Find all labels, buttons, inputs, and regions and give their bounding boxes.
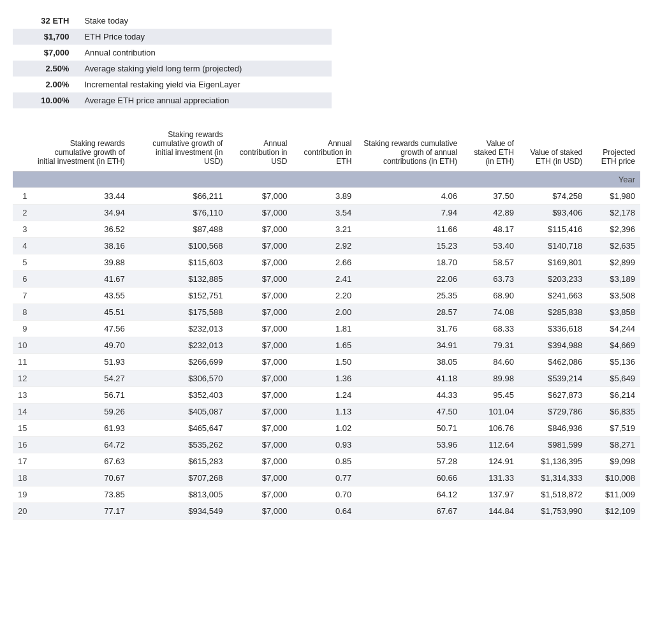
table-cell: 17 [13,453,32,470]
table-row: 1254.27$306,570$7,0001.3641.1889.98$539,… [13,370,640,387]
table-cell: 1.36 [293,370,357,387]
table-cell: 36.52 [32,221,129,238]
param-label: Stake today [77,13,332,29]
table-cell: $627,873 [519,387,587,404]
param-label: Average staking yield long term (project… [77,61,332,77]
table-cell: $535,262 [130,437,228,453]
table-cell: $132,885 [130,271,228,288]
table-cell: 1.50 [293,354,357,370]
table-cell: 79.31 [462,337,519,354]
table-row: 2077.17$934,549$7,0000.6467.67144.84$1,7… [13,503,640,520]
table-cell: $6,835 [587,404,640,420]
table-cell: 6 [13,271,32,288]
table-cell: 106.76 [462,420,519,437]
table-cell: $12,109 [587,503,640,520]
table-cell: 58.57 [462,254,519,271]
table-cell: $813,005 [130,487,228,503]
column-header-1: Staking rewards cumulative growth of ini… [32,128,129,172]
table-cell: 20 [13,503,32,520]
table-cell: 2.00 [293,304,357,321]
table-cell: 68.33 [462,321,519,337]
table-row: 1561.93$465,647$7,0001.0250.71106.76$846… [13,420,640,437]
table-cell: 1.65 [293,337,357,354]
table-cell: $100,568 [130,238,228,254]
param-label: ETH Price today [77,29,332,45]
column-header-3: Annual contribution in USD [228,128,292,172]
table-cell: 3.21 [293,221,357,238]
table-cell: 2.92 [293,238,357,254]
table-cell: $707,268 [130,470,228,487]
table-cell: 11.66 [356,221,462,238]
table-row: 743.55$152,751$7,0002.2025.3568.90$241,6… [13,288,640,304]
table-cell: $7,519 [587,420,640,437]
table-cell: $7,000 [228,437,292,453]
table-cell: $7,000 [228,288,292,304]
table-cell: $7,000 [228,254,292,271]
table-cell: 67.63 [32,453,129,470]
table-cell: 60.66 [356,470,462,487]
table-cell: 18.70 [356,254,462,271]
table-cell: $152,751 [130,288,228,304]
table-cell: $2,178 [587,205,640,221]
table-cell: 112.64 [462,437,519,453]
table-cell: $846,936 [519,420,587,437]
param-value: 32 ETH [13,13,77,29]
table-cell: $10,008 [587,470,640,487]
column-header-5: Staking rewards cumulative growth of ann… [356,128,462,172]
param-value: 2.00% [13,77,77,92]
table-cell: $4,669 [587,337,640,354]
table-cell: 2.41 [293,271,357,288]
table-cell: 28.57 [356,304,462,321]
table-cell: $7,000 [228,271,292,288]
table-cell: $1,518,872 [519,487,587,503]
table-cell: $7,000 [228,205,292,221]
table-cell: 2.20 [293,288,357,304]
table-cell: $9,098 [587,453,640,470]
table-cell: 89.98 [462,370,519,387]
table-cell: $241,663 [519,288,587,304]
table-cell: 25.35 [356,288,462,304]
table-cell: 0.93 [293,437,357,453]
table-cell: $7,000 [228,453,292,470]
table-row: 336.52$87,488$7,0003.2111.6648.17$115,41… [13,221,640,238]
table-cell: $981,599 [519,437,587,453]
table-cell: 39.88 [32,254,129,271]
table-cell: $405,087 [130,404,228,420]
table-cell: 131.33 [462,470,519,487]
table-cell: $729,786 [519,404,587,420]
param-label: Incremental restaking yield via EigenLay… [77,77,332,92]
table-row: 845.51$175,588$7,0002.0028.5774.08$285,8… [13,304,640,321]
table-cell: $5,136 [587,354,640,370]
table-cell: $306,570 [130,370,228,387]
param-row: $1,700ETH Price today [13,29,332,45]
table-cell: 47.50 [356,404,462,420]
table-cell: 19 [13,487,32,503]
table-cell: 34.94 [32,205,129,221]
param-row: 10.00%Average ETH price annual appreciat… [13,92,332,108]
table-cell: $615,283 [130,453,228,470]
table-cell: 11 [13,354,32,370]
table-row: 1459.26$405,087$7,0001.1347.50101.04$729… [13,404,640,420]
table-cell: $169,801 [519,254,587,271]
table-cell: 10 [13,337,32,354]
param-row: 32 ETHStake today [13,13,332,29]
column-header-6: Value of staked ETH (in ETH) [462,128,519,172]
column-header-4: Annual contribution in ETH [293,128,357,172]
table-cell: 64.12 [356,487,462,503]
column-header-8: Projected ETH price [587,128,640,172]
table-cell: 12 [13,370,32,387]
param-value: $7,000 [13,45,77,61]
table-cell: $465,647 [130,420,228,437]
table-cell: $5,649 [587,370,640,387]
table-cell: 14 [13,404,32,420]
table-cell: 31.76 [356,321,462,337]
table-cell: $140,718 [519,238,587,254]
table-cell: 53.96 [356,437,462,453]
table-cell: $2,899 [587,254,640,271]
column-header-2: Staking rewards cumulative growth of ini… [130,128,228,172]
table-cell: $93,406 [519,205,587,221]
table-cell: $539,214 [519,370,587,387]
table-cell: 84.60 [462,354,519,370]
table-cell: 0.85 [293,453,357,470]
table-cell: 15.23 [356,238,462,254]
